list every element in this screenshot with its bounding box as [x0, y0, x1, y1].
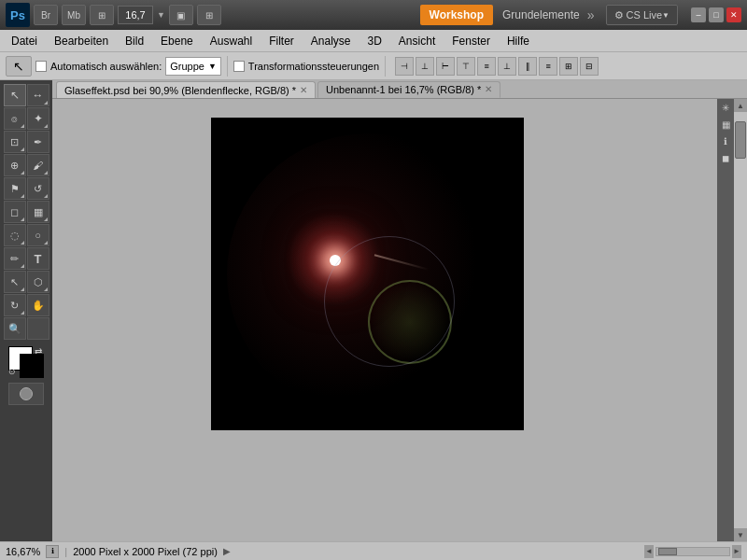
dodge-tool[interactable]: ○	[27, 224, 49, 246]
magic-wand-tool[interactable]: ✦	[27, 107, 49, 130]
tab-glaseffekt-label: Glaseffekt.psd bei 90,9% (Blendenflecke,…	[64, 85, 296, 96]
distribute3-icon[interactable]: ⊞	[559, 57, 578, 76]
color-picker: ⇄ ⊙	[8, 346, 44, 378]
tool-row-4: ⊕ 🖌	[4, 154, 49, 176]
minimize-button[interactable]: –	[691, 7, 706, 22]
spot-heal-tool[interactable]: ⊕	[4, 154, 26, 176]
align-center-h-icon[interactable]: ⊥	[416, 57, 434, 76]
separator-2	[385, 56, 386, 77]
path-select-tool[interactable]: ↖	[4, 271, 26, 293]
transform-checkbox[interactable]	[233, 61, 245, 72]
scroll-track-right[interactable]	[734, 112, 747, 528]
reset-colors-icon[interactable]: ⊙	[8, 367, 16, 376]
brush-tool[interactable]: 🖌	[27, 154, 49, 176]
crop-tool[interactable]: ⊡	[4, 131, 26, 153]
size-arrow[interactable]: ▼	[157, 10, 165, 20]
move-tool-button[interactable]: ↖	[6, 56, 32, 77]
document-dimensions: 2000 Pixel x 2000 Pixel (72 ppi)	[73, 546, 218, 557]
tool-row-8: ✏ T	[4, 247, 49, 270]
scroll-down-button[interactable]: ▼	[734, 528, 747, 541]
3d-rotate-tool[interactable]: ↻	[4, 294, 26, 316]
quick-mask-icon	[20, 387, 33, 400]
hscroll-thumb[interactable]	[658, 548, 677, 555]
tab-glaseffekt-close[interactable]: ✕	[300, 86, 307, 95]
scrollbar-bottom[interactable]: ◄ ►	[644, 545, 741, 558]
cs-live-button[interactable]: ⚙ CS Live ▼	[606, 5, 679, 25]
window-controls: – □ ✕	[691, 7, 741, 22]
auto-select-checkbox[interactable]	[35, 61, 47, 72]
panel-icon-3[interactable]: ℹ	[719, 136, 732, 149]
tool-row-7: ◌ ○	[4, 224, 49, 246]
scroll-thumb-right[interactable]	[735, 121, 746, 159]
screen-mode-button[interactable]: ▣	[169, 5, 193, 25]
bridge-button[interactable]: Br	[34, 5, 58, 25]
tool-row-3: ⊡ ✒	[4, 131, 49, 153]
menu-item-bearbeiten[interactable]: Bearbeiten	[47, 33, 116, 49]
selection-tool[interactable]: ↖	[4, 84, 26, 106]
menu-item-fenster[interactable]: Fenster	[444, 33, 498, 49]
align-icons: ⊣ ⊥ ⊢ ⊤ ≡ ⊥ ‖ ≡ ⊞ ⊟	[395, 57, 599, 76]
tab-unbenannt[interactable]: Unbenannt-1 bei 16,7% (RGB/8) * ✕	[317, 81, 500, 98]
extras-button[interactable]: ⊞	[197, 5, 221, 25]
maximize-button[interactable]: □	[709, 7, 724, 22]
scrollbar-right[interactable]: ▲ ▼	[734, 99, 747, 541]
menu-item-auswahl[interactable]: Auswahl	[203, 33, 260, 49]
hand-tool[interactable]: ✋	[27, 294, 49, 316]
lasso-tool[interactable]: ⌾	[4, 107, 26, 130]
move-direct-tool[interactable]: ↔	[27, 84, 49, 106]
tab-unbenannt-close[interactable]: ✕	[485, 85, 492, 94]
menu-item-datei[interactable]: Datei	[4, 33, 45, 49]
tool-row-9: ↖ ⬡	[4, 271, 49, 293]
main-canvas[interactable]	[211, 118, 524, 430]
size-field[interactable]: 16,7	[118, 6, 153, 24]
arrange-button[interactable]: ⊞	[90, 5, 114, 25]
menu-item-filter[interactable]: Filter	[261, 33, 302, 49]
status-info-icon[interactable]: ℹ	[46, 545, 59, 558]
distribute4-icon[interactable]: ⊟	[580, 57, 599, 76]
hscroll-track[interactable]	[655, 547, 730, 556]
pen-tool[interactable]: ✏	[4, 247, 26, 270]
distribute-icon[interactable]: ‖	[518, 57, 537, 76]
expand-panels-button[interactable]: »	[587, 7, 595, 22]
zoom-tool[interactable]: 🔍	[4, 317, 26, 340]
auto-select-dropdown[interactable]: Gruppe ▼	[165, 57, 221, 76]
menu-item-3d[interactable]: 3D	[360, 33, 389, 49]
align-left-icon[interactable]: ⊣	[395, 57, 414, 76]
background-color[interactable]	[20, 354, 44, 378]
quick-mask-button[interactable]	[8, 383, 44, 405]
scroll-left-button[interactable]: ◄	[644, 545, 654, 558]
close-button[interactable]: ✕	[726, 7, 741, 22]
align-right-icon[interactable]: ⊢	[436, 57, 455, 76]
menu-item-hilfe[interactable]: Hilfe	[500, 33, 537, 49]
history-brush-tool[interactable]: ↺	[27, 177, 49, 200]
scroll-right-button[interactable]: ►	[732, 545, 741, 558]
scroll-up-button[interactable]: ▲	[734, 99, 747, 112]
align-center-v-icon[interactable]: ≡	[477, 57, 496, 76]
menu-item-bild[interactable]: Bild	[118, 33, 151, 49]
status-arrow[interactable]: ▶	[223, 546, 231, 556]
panel-icon-1[interactable]: ✳	[719, 103, 732, 116]
tab-glaseffekt[interactable]: Glaseffekt.psd bei 90,9% (Blendenflecke,…	[56, 81, 316, 98]
align-top-icon[interactable]: ⊤	[457, 57, 475, 76]
blur-tool[interactable]: ◌	[4, 224, 26, 246]
eyedropper-tool[interactable]: ✒	[27, 131, 49, 153]
eraser-tool[interactable]: ◻	[4, 201, 26, 223]
align-bottom-icon[interactable]: ⊥	[498, 57, 516, 76]
panel-icon-2[interactable]: ▦	[719, 119, 732, 133]
shape-tool[interactable]: ⬡	[27, 271, 49, 293]
menu-item-ebene[interactable]: Ebene	[153, 33, 201, 49]
minibrige-button[interactable]: Mb	[62, 5, 86, 25]
gradient-tool[interactable]: ▦	[27, 201, 49, 223]
menu-item-analyse[interactable]: Analyse	[303, 33, 359, 49]
panel-icon-4[interactable]: ◼	[719, 153, 732, 166]
clone-stamp-tool[interactable]: ⚑	[4, 177, 26, 200]
distribute2-icon[interactable]: ≡	[539, 57, 557, 76]
tool-row-11: 🔍	[4, 317, 49, 340]
workspace-button[interactable]: Workshop	[420, 5, 493, 25]
menu-item-ansicht[interactable]: Ansicht	[391, 33, 443, 49]
canvas-wrapper	[211, 118, 524, 430]
tool-row-1: ↖ ↔	[4, 84, 49, 106]
titlebar: Ps Br Mb ⊞ 16,7 ▼ ▣ ⊞ Workshop Grundelem…	[0, 0, 747, 30]
text-tool[interactable]: T	[27, 247, 49, 270]
lens-flare	[211, 118, 524, 430]
